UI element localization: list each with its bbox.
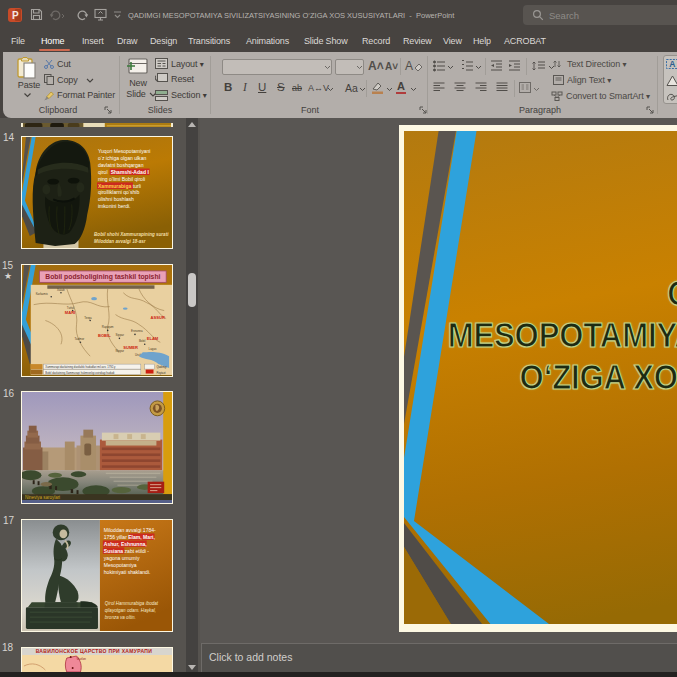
svg-text:Vavilon: Vavilon	[77, 657, 87, 661]
svg-text:Sippar: Sippar	[116, 333, 124, 337]
svg-text:imkonini berdi.: imkonini berdi.	[98, 203, 131, 209]
svg-text:Mesopotamiya: Mesopotamiya	[104, 562, 137, 568]
svg-text:Bobil podsholigining tashkil t: Bobil podsholigining tashkil topishi	[45, 273, 160, 281]
svg-text:Qadimgi: Qadimgi	[156, 365, 167, 369]
svg-text:ASSUR: ASSUR	[151, 315, 165, 320]
svg-text:Terqa: Terqa	[84, 315, 92, 319]
svg-text:yagona umumiy: yagona umumiy	[104, 555, 140, 561]
svg-text:Bobil: Bobil	[139, 339, 146, 343]
svg-text:Nineviya saroylari: Nineviya saroylari	[25, 495, 60, 500]
svg-text:o‘z ichiga olgan ulkan: o‘z ichiga olgan ulkan	[98, 155, 146, 161]
svg-text:A: A	[669, 59, 675, 69]
svg-text:Ashur, Eshnunna,: Ashur, Eshnunna,	[104, 541, 148, 547]
svg-text:1756 yillar Elam, Mari,: 1756 yillar Elam, Mari,	[104, 534, 156, 540]
svg-text:Xammurapi davlatining dastlabk: Xammurapi davlatining dastlabki hududlar…	[45, 365, 116, 369]
svg-text:Qirol Hammurabiga ibodat: Qirol Hammurabiga ibodat	[105, 601, 159, 606]
svg-text:qilayotgan odam. Haykal,: qilayotgan odam. Haykal,	[105, 608, 156, 613]
svg-text:Tadmor: Tadmor	[75, 337, 85, 341]
svg-text:Shamshi-Adad I: Shamshi-Adad I	[111, 169, 150, 175]
svg-text:BOBIL: BOBIL	[98, 333, 111, 338]
svg-text:Xalab: Xalab	[57, 287, 65, 291]
svg-text:Bobil davlatining Xammurapi hu: Bobil davlatining Xammurapi hukmronligi …	[45, 370, 114, 374]
svg-text:davlatni boshqargan: davlatni boshqargan	[98, 162, 144, 168]
svg-text:MARI: MARI	[65, 309, 75, 314]
svg-text:bronza va oltin.: bronza va oltin.	[105, 615, 136, 620]
svg-text:Rapiqum: Rapiqum	[102, 325, 114, 329]
svg-text:Miloddan avvalgi 1784-: Miloddan avvalgi 1784-	[104, 527, 156, 533]
svg-text:qirolliklarni qo‘shib: qirolliklarni qo‘shib	[98, 189, 139, 195]
svg-text:Esnunna: Esnunna	[131, 329, 143, 333]
svg-text:ning o‘limi Bobil qiroli: ning o‘limi Bobil qiroli	[98, 176, 145, 182]
svg-text:Yuqori Mesopotamiyani: Yuqori Mesopotamiyani	[98, 148, 150, 154]
svg-text:olishni boshlash: olishni boshlash	[98, 196, 134, 202]
svg-text:SUMER: SUMER	[123, 345, 138, 350]
svg-text:Karkamis: Karkamis	[36, 291, 49, 295]
svg-text:Susiana zabt etildi -: Susiana zabt etildi -	[104, 548, 149, 554]
svg-text:qirol: qirol	[98, 169, 108, 175]
svg-text:ELAM: ELAM	[147, 336, 159, 341]
svg-text:Poytaxt: Poytaxt	[156, 370, 165, 374]
svg-text:ВАВИЛОНСКОЕ ЦАРСТВО ПРИ ХАМ: ВАВИЛОНСКОЕ ЦАРСТВО ПРИ ХАМУРАПИ	[36, 648, 153, 654]
svg-text:Lagas: Lagas	[149, 347, 157, 351]
svg-text:P: P	[12, 10, 19, 21]
svg-text:hokimiyati shaklandi.: hokimiyati shaklandi.	[104, 568, 151, 574]
svg-text:Bobil shohi Xammurapining sura: Bobil shohi Xammurapining surati	[94, 232, 169, 237]
svg-text:Miloddan avvalgi 18-asr: Miloddan avvalgi 18-asr	[94, 239, 146, 244]
svg-text:Xammurabiga turli: Xammurabiga turli	[98, 183, 141, 189]
